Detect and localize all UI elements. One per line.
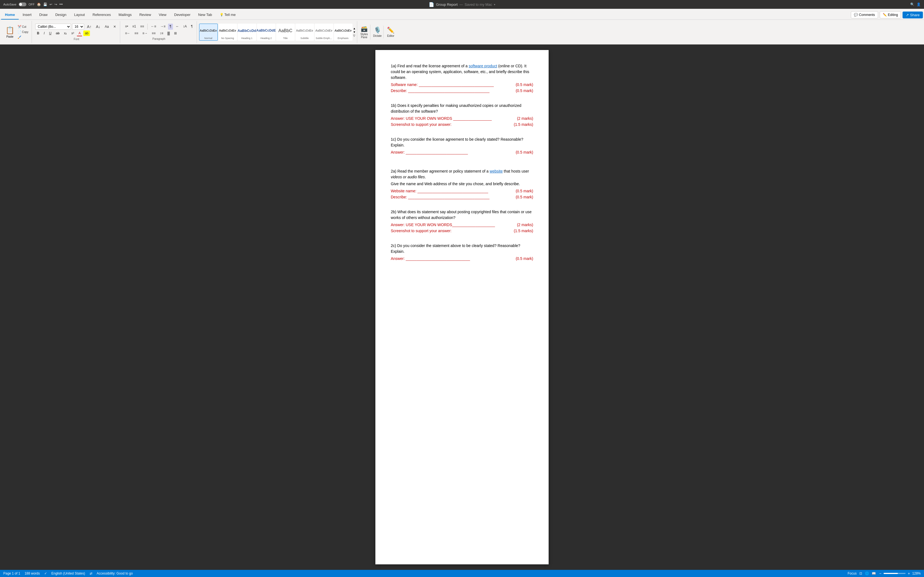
print-layout-icon[interactable]: ⊡	[859, 572, 862, 575]
style-subtle-emph[interactable]: AaBbCcDdEe Subtle Emph...	[315, 24, 333, 41]
zoom-slider[interactable]	[884, 573, 906, 574]
strikethrough-button[interactable]: ab	[54, 31, 61, 36]
undo-icon[interactable]: ↩	[50, 2, 52, 6]
question-2a: 2a) Read the member agreement or policy …	[391, 168, 533, 200]
more-icon[interactable]: •••	[60, 2, 63, 6]
align-center-button[interactable]: ≡≡	[133, 31, 140, 36]
borders-button[interactable]: ⊞	[173, 31, 178, 36]
shading-button[interactable]: ▓	[166, 31, 171, 36]
style-title[interactable]: AaBbC Title	[276, 24, 295, 41]
tab-view[interactable]: View	[155, 11, 170, 19]
font-section-label: Font	[35, 38, 118, 41]
tab-mailings[interactable]: Mailings	[115, 11, 136, 19]
divider1	[147, 24, 148, 30]
align-right-button[interactable]: ≡→	[141, 31, 149, 36]
zoom-in-button[interactable]: +	[907, 571, 911, 575]
editing-button[interactable]: ✏️ Editing	[880, 11, 901, 18]
accessibility-check-icon[interactable]: ✓	[44, 572, 47, 575]
paste-icon: 📋	[5, 26, 14, 35]
zoom-level[interactable]: 128%	[912, 572, 921, 575]
language-label[interactable]: English (United States)	[52, 572, 85, 575]
line-spacing-button[interactable]: ↕≡	[158, 31, 165, 36]
track-changes-icon[interactable]: ⇄	[90, 572, 92, 575]
cut-button[interactable]: ✂️ Cut	[16, 24, 29, 29]
styles-more-icon[interactable]: ▽	[353, 34, 356, 37]
redo-icon[interactable]: ↪	[55, 2, 57, 6]
tab-home[interactable]: Home	[1, 11, 19, 19]
page-info[interactable]: Page 1 of 1	[3, 572, 20, 575]
word-icon: 📄	[429, 2, 434, 7]
q2b-answers: Answer: USE YOUR WON WORDS______________…	[391, 222, 533, 234]
share-button[interactable]: ↗ Share	[903, 11, 923, 18]
style-heading2[interactable]: AaBbCcDdE Heading 2	[257, 24, 276, 41]
styles-up-icon[interactable]: ▲	[353, 27, 356, 30]
paste-button[interactable]: 📋 Paste	[5, 25, 15, 39]
justify-button[interactable]: ≡≡	[150, 31, 157, 36]
style-normal[interactable]: AaBbCcDdEe Normal	[199, 24, 218, 41]
autosave-toggle[interactable]	[19, 2, 26, 6]
style-subtitle[interactable]: AaBbCcDdEe Subtitle	[296, 24, 314, 41]
format-painter-button[interactable]: 🖌️	[16, 35, 29, 40]
styles-pane-button[interactable]: 🗃️ Styles Pane	[358, 24, 370, 40]
subscript-button[interactable]: x₂	[62, 31, 68, 36]
q2c-answer1: Answer: ______________________________ (…	[391, 256, 533, 261]
tab-references[interactable]: References	[89, 11, 115, 19]
tab-developer[interactable]: Developer	[170, 11, 194, 19]
superscript-button[interactable]: x²	[69, 31, 76, 36]
accessibility-label[interactable]: Accessibility: Good to go	[97, 572, 133, 575]
saved-chevron-icon[interactable]: ▾	[494, 3, 495, 6]
copy-button[interactable]: 📄 Copy	[16, 30, 29, 34]
clear-format-button[interactable]: ✕	[111, 24, 118, 29]
italic-button[interactable]: I	[42, 31, 46, 36]
tab-newtab[interactable]: New Tab	[194, 11, 216, 19]
search-icon[interactable]: 🔍	[910, 2, 914, 6]
zoom-out-button[interactable]: −	[879, 571, 882, 575]
bold-button[interactable]: B	[35, 31, 41, 36]
bullet-list-button[interactable]: ≡•	[123, 24, 130, 30]
dictate-button[interactable]: 🎙️ Dictate	[372, 26, 384, 39]
web-layout-icon[interactable]: 🌐	[865, 572, 869, 575]
style-normal-label: Normal	[204, 37, 212, 40]
sort-button[interactable]: ↕A	[181, 24, 188, 30]
style-emphasis[interactable]: AaBbCcDdEe Emphasis	[334, 24, 352, 41]
grow-font-button[interactable]: A↑	[85, 24, 93, 30]
save-icon[interactable]: 💾	[43, 2, 47, 6]
numbered-list-button[interactable]: ≡1	[131, 24, 138, 30]
text-direction-button[interactable]: ↔	[174, 24, 180, 30]
font-name-select[interactable]: Calibri (Bo...	[35, 24, 71, 30]
align-left-button[interactable]: ≡←	[123, 31, 132, 36]
editing-icon: ✏️	[883, 13, 887, 17]
decrease-indent-button[interactable]: ←≡	[149, 24, 158, 30]
font-color-button[interactable]: A	[77, 31, 82, 36]
tab-draw[interactable]: Draw	[36, 11, 52, 19]
highlight-button[interactable]: ab	[83, 31, 90, 36]
change-case-button[interactable]: Aa	[103, 24, 111, 29]
focus-button[interactable]: Focus	[848, 572, 857, 575]
home-icon[interactable]: 🏠	[37, 2, 41, 6]
tab-insert[interactable]: Insert	[19, 11, 36, 19]
word-count[interactable]: 188 words	[24, 572, 40, 575]
increase-indent-button[interactable]: →≡	[159, 24, 167, 30]
q2b-marks2: (1.5 marks)	[514, 228, 533, 234]
style-heading1[interactable]: AaBbCcDd Heading 1	[237, 24, 256, 41]
style-no-spacing[interactable]: AaBbCcDdEe No Spacing	[218, 24, 237, 41]
underline-button[interactable]: U	[47, 31, 53, 36]
comments-button[interactable]: 💬 Comments	[851, 11, 878, 18]
styles-down-icon[interactable]: ▼	[353, 31, 356, 34]
show-para-button[interactable]: ¶	[189, 24, 194, 30]
font-size-select[interactable]: 16	[72, 24, 84, 30]
q2c-text: 2c) Do you consider the statement above …	[391, 243, 533, 255]
tab-tellme[interactable]: 💡Tell me	[216, 11, 239, 19]
style-heading2-preview: AaBbCcDdE	[256, 25, 276, 37]
shrink-font-button[interactable]: A↓	[94, 24, 102, 30]
q1a-marks2: (0.5 mark)	[515, 88, 533, 94]
tab-design[interactable]: Design	[52, 11, 70, 19]
multilevel-list-button[interactable]: ≡≡	[139, 24, 146, 30]
reader-view-icon[interactable]: 📖	[872, 572, 876, 575]
profile-icon[interactable]: 👤	[917, 2, 921, 6]
styles-boxes: AaBbCcDdEe Normal AaBbCcDdEe No Spacing …	[199, 24, 352, 41]
tab-layout[interactable]: Layout	[70, 11, 89, 19]
format-marks-button[interactable]: ¶	[168, 24, 173, 30]
tab-review[interactable]: Review	[136, 11, 155, 19]
editor-button[interactable]: ✏️ Editor	[385, 26, 397, 39]
